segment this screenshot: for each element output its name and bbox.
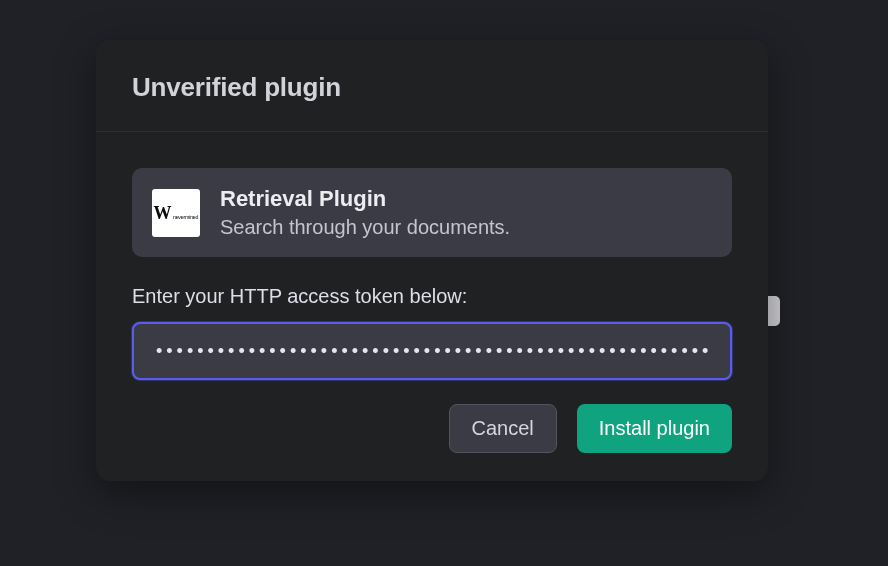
modal-actions: Cancel Install plugin (132, 404, 732, 453)
plugin-name: Retrieval Plugin (220, 186, 510, 212)
plugin-logo-glyph: W (154, 204, 172, 222)
token-input-label: Enter your HTTP access token below: (132, 285, 732, 308)
http-access-token-input[interactable] (132, 322, 732, 380)
modal-header: Unverified plugin (96, 40, 768, 132)
modal-title: Unverified plugin (132, 72, 732, 103)
modal-body: W nevermined Retrieval Plugin Search thr… (96, 132, 768, 481)
plugin-logo-icon: W nevermined (152, 189, 200, 237)
install-plugin-button[interactable]: Install plugin (577, 404, 732, 453)
plugin-info-card: W nevermined Retrieval Plugin Search thr… (132, 168, 732, 257)
plugin-text-block: Retrieval Plugin Search through your doc… (220, 186, 510, 239)
plugin-logo-text: nevermined (173, 214, 198, 219)
plugin-description: Search through your documents. (220, 216, 510, 239)
unverified-plugin-modal: Unverified plugin W nevermined Retrieval… (96, 40, 768, 481)
cancel-button[interactable]: Cancel (449, 404, 557, 453)
